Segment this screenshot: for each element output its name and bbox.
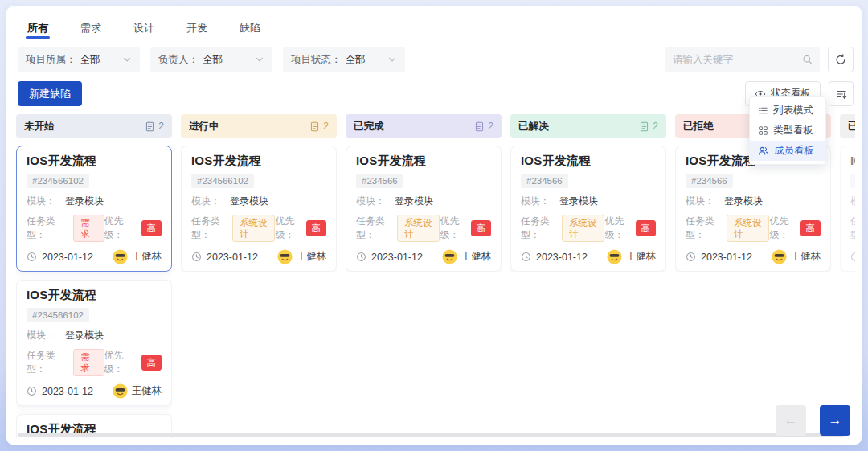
next-column-button[interactable]: → xyxy=(820,405,850,436)
document-icon xyxy=(145,121,155,132)
type-group: 任务类型：系统设计 xyxy=(850,215,855,242)
task-id-badge: #234566 xyxy=(521,174,568,188)
chevron-down-icon xyxy=(255,55,264,64)
reset-button[interactable] xyxy=(828,47,854,72)
task-title: IOS开发流程 xyxy=(850,154,855,169)
column-count-value: 2 xyxy=(158,121,164,132)
column-title: 已解决 xyxy=(518,120,549,133)
clock-icon xyxy=(850,252,855,262)
filter-select[interactable]: 项目所属：全部 xyxy=(18,47,140,72)
column-count: 2 xyxy=(309,121,329,132)
assignee-group: 王健林 xyxy=(442,249,492,264)
clock-icon xyxy=(191,252,202,262)
date-group: 2023-01-12 xyxy=(521,252,588,263)
module-label: 模块： xyxy=(27,195,55,208)
module-row: 模块：登录模块 xyxy=(27,195,162,208)
tab-item[interactable]: 开发 xyxy=(185,18,209,42)
prev-column-button[interactable]: ← xyxy=(776,405,806,436)
task-card[interactable]: IOS开发流程#234566102模块：登录模块任务类型：系统设计优先级：高20… xyxy=(181,146,337,272)
badge-row: 任务类型：系统设计优先级：高 xyxy=(850,215,855,242)
column-header: 未开始2 xyxy=(16,114,172,138)
type-label: 任务类型： xyxy=(686,215,723,242)
priority-label: 优先级： xyxy=(275,215,301,242)
type-label: 任务类型： xyxy=(521,215,558,242)
tab-item[interactable]: 所有 xyxy=(26,18,50,42)
task-title: IOS开发流程 xyxy=(27,154,162,169)
new-defect-button[interactable]: 新建缺陷 xyxy=(18,81,82,106)
view-menu-item[interactable]: 成员看板 xyxy=(750,141,825,161)
chevron-down-icon xyxy=(122,55,132,64)
view-options-icon xyxy=(836,88,847,100)
task-date: 2023-01-12 xyxy=(42,252,93,263)
filter-select[interactable]: 负责人：全部 xyxy=(150,47,272,72)
list-icon xyxy=(758,105,768,116)
column-count: 2 xyxy=(639,121,658,132)
assignee-name: 王健林 xyxy=(297,250,327,264)
column-title: 进行中 xyxy=(189,120,219,133)
module-label: 模块： xyxy=(686,195,714,208)
assignee-group: 王健林 xyxy=(113,383,162,399)
tab-item[interactable]: 缺陷 xyxy=(238,18,262,42)
column-title: 已拒绝 xyxy=(683,120,714,133)
task-card[interactable]: IOS开发流程#234566模块：登录模块任务类型：系统设计优先级：高2023-… xyxy=(840,146,855,272)
search-input[interactable] xyxy=(673,54,802,65)
assignee-group: 王健林 xyxy=(772,249,821,264)
column-body: IOS开发流程#234566模块：登录模块任务类型：系统设计优先级：高2023-… xyxy=(510,146,666,272)
type-label: 任务类型： xyxy=(27,349,69,376)
priority-group: 优先级：高 xyxy=(275,215,326,242)
task-id-badge: #234566 xyxy=(686,174,733,188)
task-id-row: #234566102 xyxy=(27,303,162,322)
clock-icon xyxy=(521,252,531,262)
task-card[interactable]: IOS开发流程#234566模块：登录模块任务类型：系统设计优先级：高2023-… xyxy=(510,146,666,272)
task-id-row: #234566 xyxy=(356,169,491,188)
assignee-group: 王健林 xyxy=(607,249,657,264)
type-label: 任务类型： xyxy=(850,215,855,242)
tab-item[interactable]: 需求 xyxy=(79,18,103,42)
task-date: 2023-01-12 xyxy=(207,252,258,263)
assignee-name: 王健林 xyxy=(791,250,821,264)
task-card[interactable]: IOS开发流程#234566102模块：登录模块任务类型：需求优先级：高2023… xyxy=(16,146,172,272)
priority-group: 优先级：高 xyxy=(440,215,491,242)
filter-select[interactable]: 项目状态：全部 xyxy=(283,47,405,72)
module-label: 模块： xyxy=(850,195,855,208)
view-menu-label: 成员看板 xyxy=(774,144,814,158)
view-menu: 列表模式类型看板成员看板 xyxy=(749,96,826,165)
priority-badge: 高 xyxy=(141,355,162,371)
card-footer: 2023-01-12王健林 xyxy=(521,249,656,264)
chevron-down-icon xyxy=(387,55,397,64)
avatar xyxy=(772,249,787,264)
date-group: 2023-01-12 xyxy=(356,252,423,263)
task-card[interactable]: IOS开发流程#234566102模块：登录模块任务类型：需求优先级：高2023… xyxy=(16,280,172,406)
date-group: 2023-01-12 xyxy=(686,252,752,263)
type-group: 任务类型：系统设计 xyxy=(521,215,604,242)
tab-item[interactable]: 设计 xyxy=(132,18,156,42)
clock-icon xyxy=(686,252,696,262)
task-title: IOS开发流程 xyxy=(521,154,656,169)
column-body: IOS开发流程#234566模块：登录模块任务类型：系统设计优先级：高2023-… xyxy=(346,146,502,272)
badge-row: 任务类型：系统设计优先级：高 xyxy=(686,215,821,242)
task-id-row: #234566102 xyxy=(27,437,162,438)
view-switch-button[interactable] xyxy=(829,81,854,106)
horizontal-scrollbar[interactable] xyxy=(18,433,844,437)
badge-row: 任务类型：需求优先级：高 xyxy=(27,349,162,376)
column-count-value: 2 xyxy=(323,121,329,132)
column-title: 未开始 xyxy=(24,120,55,133)
assignee-name: 王健林 xyxy=(132,250,162,264)
priority-group: 优先级：高 xyxy=(104,349,162,376)
kanban-column: 未开始2IOS开发流程#234566102模块：登录模块任务类型：需求优先级：高… xyxy=(16,114,172,438)
avatar xyxy=(113,249,128,264)
view-menu-item[interactable]: 列表模式 xyxy=(750,100,825,121)
tab-bar: 所有需求设计开发缺陷 xyxy=(13,14,855,42)
task-id-row: #234566102 xyxy=(191,169,326,188)
column-header: 已完成2 xyxy=(346,114,502,138)
filter-value: 全部 xyxy=(346,53,388,67)
type-badge: 需求 xyxy=(73,215,104,242)
filter-label: 负责人： xyxy=(158,53,199,67)
task-id-row: #234566 xyxy=(850,169,855,188)
kanban-board: 未开始2IOS开发流程#234566102模块：登录模块任务类型：需求优先级：高… xyxy=(16,114,855,438)
card-footer: 2023-01-12王健林 xyxy=(356,249,491,264)
task-card[interactable]: IOS开发流程#234566模块：登录模块任务类型：系统设计优先级：高2023-… xyxy=(346,146,502,272)
card-footer: 2023-01-12王健林 xyxy=(686,249,821,264)
clock-icon xyxy=(27,386,37,396)
view-menu-item[interactable]: 类型看板 xyxy=(750,121,825,141)
